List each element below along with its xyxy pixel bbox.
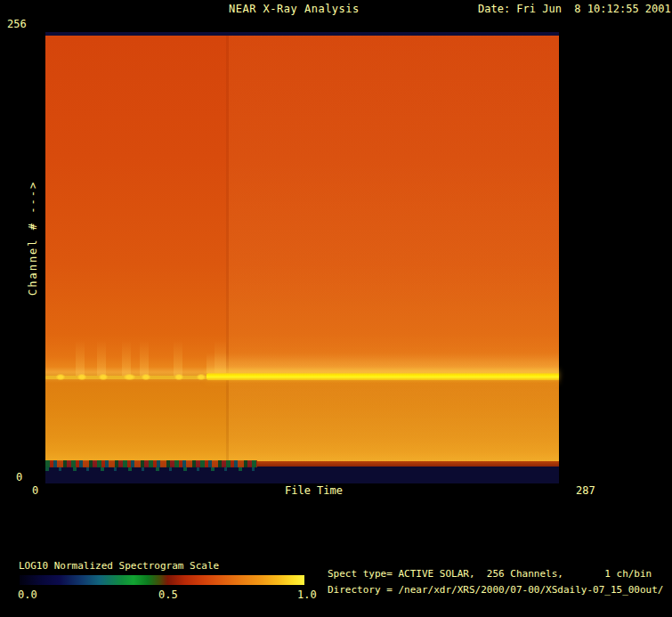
colorbar-tick-1: 1.0 xyxy=(297,589,317,601)
colorbar-gradient xyxy=(20,575,304,585)
faint-line-bright-spot xyxy=(99,374,108,380)
low-channel-noise-band xyxy=(45,460,257,467)
y-axis-tick-min: 0 xyxy=(16,472,22,483)
faint-line-bright-spot xyxy=(174,374,183,380)
spectrogram-right-brightening xyxy=(229,36,559,461)
vertical-streak xyxy=(122,340,131,376)
bright-emission-line xyxy=(206,373,559,380)
vertical-streak xyxy=(76,340,85,376)
vertical-streak xyxy=(97,340,106,376)
spectrogram-heatmap xyxy=(45,32,559,483)
colorbar-tick-0: 0.0 xyxy=(18,589,37,601)
near-xray-analysis-window: NEAR X-Ray Analysis Date: Fri Jun 8 10:1… xyxy=(0,0,672,617)
date-label: Date: Fri Jun 8 10:12:55 2001 xyxy=(478,4,671,15)
directory-info: Directory = /near/xdr/XRS/2000/07-00/XSd… xyxy=(328,585,664,596)
colorbar-tick-05: 0.5 xyxy=(158,589,178,601)
y-axis-tick-max: 256 xyxy=(7,19,27,30)
faint-line-bright-spot xyxy=(56,374,65,380)
faint-line-bright-spot xyxy=(124,374,135,380)
vertical-streak xyxy=(140,340,149,376)
faint-line-bright-spot xyxy=(197,374,206,380)
spectrogram-vertical-seam xyxy=(226,36,229,461)
faint-line-bright-spot xyxy=(77,374,86,380)
x-axis-label: File Time xyxy=(285,485,343,497)
vertical-streak xyxy=(174,340,182,376)
page-title: NEAR X-Ray Analysis xyxy=(229,4,360,15)
y-axis-label: Channel # ---> xyxy=(28,169,39,296)
low-channel-noise-specks xyxy=(45,467,257,471)
spect-type-info: Spect type= ACTIVE SOLAR, 256 Channels, … xyxy=(328,569,652,580)
faint-line-bright-spot xyxy=(142,374,150,380)
colorbar-title: LOG10 Normalized Spectrogram Scale xyxy=(19,561,219,572)
emission-line-halo xyxy=(206,353,559,373)
x-axis-tick-max: 287 xyxy=(576,485,595,497)
x-axis-tick-min: 0 xyxy=(32,485,38,497)
